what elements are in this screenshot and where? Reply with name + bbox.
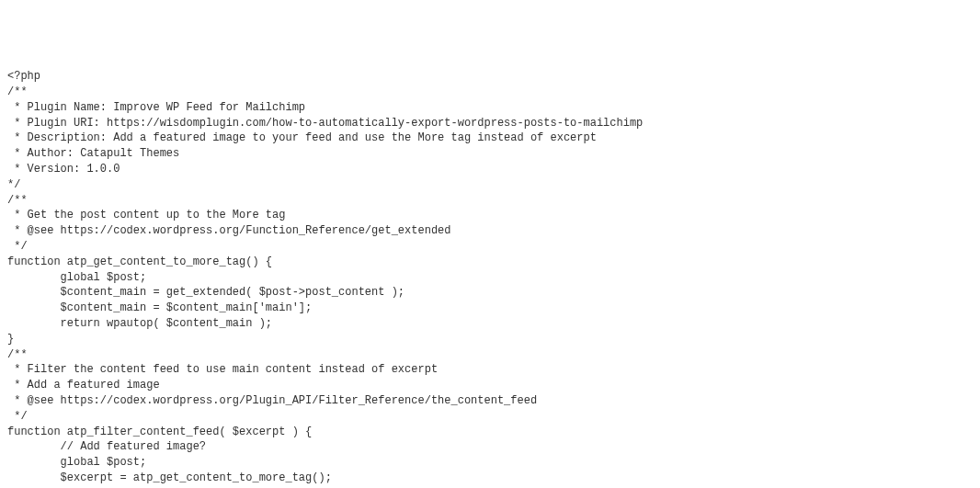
php-code-block: <?php /** * Plugin Name: Improve WP Feed…	[7, 69, 973, 488]
